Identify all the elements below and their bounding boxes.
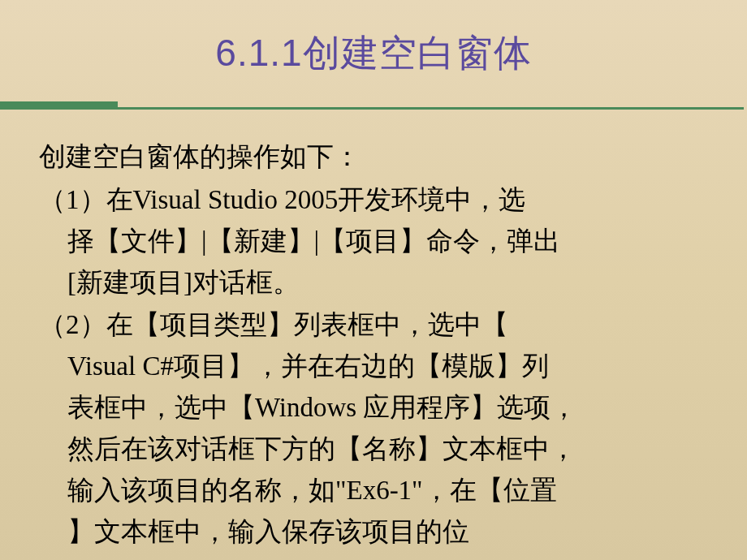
intro-text: 创建空白窗体的操作如下： bbox=[39, 136, 715, 178]
divider-block bbox=[0, 101, 118, 110]
step-2-line-3: 表框中，选中【Windows 应用程序】选项， bbox=[39, 387, 715, 429]
slide-content: 创建空白窗体的操作如下： （1）在Visual Studio 2005开发环境中… bbox=[0, 136, 747, 553]
presentation-slide: 6.1.1创建空白窗体 创建空白窗体的操作如下： （1）在Visual Stud… bbox=[0, 0, 747, 560]
step-2-line-6: 】文本框中，输入保存该项目的位 bbox=[39, 511, 715, 553]
slide-title: 6.1.1创建空白窗体 bbox=[0, 28, 747, 79]
title-container: 6.1.1创建空白窗体 bbox=[0, 0, 747, 95]
step-1-line-1: （1）在Visual Studio 2005开发环境中，选 bbox=[39, 179, 715, 221]
step-2-line-4: 然后在该对话框下方的【名称】文本框中， bbox=[39, 429, 715, 470]
step-1-line-3: [新建项目]对话框。 bbox=[39, 262, 715, 304]
title-divider bbox=[0, 101, 747, 116]
divider-line bbox=[114, 107, 744, 110]
step-2-line-2: Visual C#项目】，并在右边的【模版】列 bbox=[39, 346, 715, 387]
step-2-line-1: （2）在【项目类型】列表框中，选中【 bbox=[39, 304, 715, 346]
step-1-line-2: 择【文件】|【新建】|【项目】命令，弹出 bbox=[39, 221, 715, 262]
step-2-line-5: 输入该项目的名称，如"Ex6-1"，在【位置 bbox=[39, 470, 715, 511]
